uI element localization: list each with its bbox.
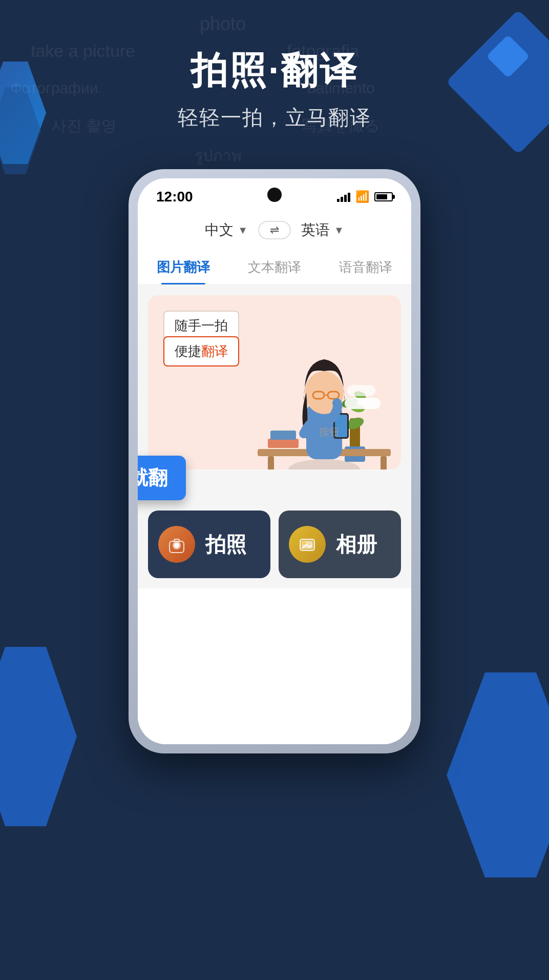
bg-text-thai: รูปภาพ (195, 144, 242, 168)
signal-bar-1 (337, 199, 340, 202)
svg-rect-7 (268, 456, 274, 469)
status-icons: 📶 (337, 190, 393, 203)
tooltip-text: 一拍就翻 (138, 467, 167, 488)
camera-notch (267, 188, 282, 202)
bg-text-photo: photo (200, 13, 246, 35)
signal-bar-2 (341, 197, 343, 202)
camera-button-label: 拍照 (205, 530, 246, 559)
source-language-label: 中文 (205, 220, 234, 240)
tab-image-label: 图片翻译 (157, 259, 210, 275)
tab-image-translation[interactable]: 图片翻译 (146, 250, 220, 284)
svg-rect-19 (345, 398, 381, 409)
tab-voice-label: 语音翻译 (339, 259, 392, 275)
language-selector[interactable]: 中文 ▼ ⇌ 英语 ▼ (138, 210, 411, 250)
tooltip-bubble: 一拍就翻 (138, 456, 186, 500)
tab-voice-translation[interactable]: 语音翻译 (329, 250, 403, 284)
battery-icon (374, 192, 393, 201)
swap-icon: ⇌ (270, 223, 279, 237)
status-time: 12:00 (156, 189, 193, 205)
phone-mockup: 12:00 📶 (129, 169, 420, 753)
illustration-card: 随手一拍 便捷翻译 (148, 295, 401, 469)
wifi-icon: 📶 (355, 190, 369, 203)
title-section: 拍照·翻译 轻轻一拍，立马翻译 (0, 46, 549, 132)
svg-rect-8 (381, 456, 387, 469)
album-icon (289, 526, 326, 563)
battery-fill (376, 194, 387, 199)
svg-rect-9 (268, 439, 299, 448)
signal-icon (337, 192, 350, 202)
action-buttons: 拍照 相册 (148, 511, 401, 578)
white-space-area (138, 588, 411, 744)
album-button-label: 相册 (336, 530, 377, 559)
album-button[interactable]: 相册 (279, 511, 401, 578)
card-tag-prefix: 便捷 (175, 343, 201, 359)
sub-title: 轻轻一拍，立马翻译 (0, 104, 549, 132)
svg-point-22 (174, 543, 179, 548)
card-tag-highlight: 翻译 (201, 343, 228, 359)
phone-screen: 12:00 📶 (138, 178, 411, 744)
card-tag-text-1: 随手一拍 (175, 318, 228, 333)
hex-decoration-bottom-left (0, 647, 77, 826)
camera-button[interactable]: 拍照 (148, 511, 270, 578)
svg-rect-10 (270, 431, 296, 440)
target-language-button[interactable]: 英语 ▼ (301, 220, 344, 240)
phone-outer-shell: 12:00 📶 (129, 169, 420, 753)
signal-bar-4 (348, 193, 350, 202)
status-bar: 12:00 📶 (138, 178, 411, 210)
target-language-label: 英语 (301, 220, 330, 240)
swap-language-button[interactable]: ⇌ (258, 221, 291, 239)
source-lang-arrow: ▼ (238, 224, 248, 236)
signal-bar-3 (344, 195, 347, 202)
source-language-button[interactable]: 中文 ▼ (205, 220, 248, 240)
hex-decoration-bottom-right (447, 672, 549, 877)
content-area: 随手一拍 便捷翻译 (138, 285, 411, 744)
tab-bar: 图片翻译 文本翻译 语音翻译 (138, 250, 411, 285)
tab-text-translation[interactable]: 文本翻译 (238, 250, 311, 284)
svg-point-26 (303, 542, 306, 545)
illustration-svg (227, 316, 391, 469)
svg-rect-20 (347, 385, 375, 396)
main-title: 拍照·翻译 (0, 46, 549, 95)
target-lang-arrow: ▼ (334, 224, 344, 236)
partial-button-text: 按钮 (319, 425, 340, 439)
camera-icon (158, 526, 195, 563)
tab-text-label: 文本翻译 (248, 259, 301, 275)
card-tag-text-2: 便捷翻译 (175, 343, 228, 359)
